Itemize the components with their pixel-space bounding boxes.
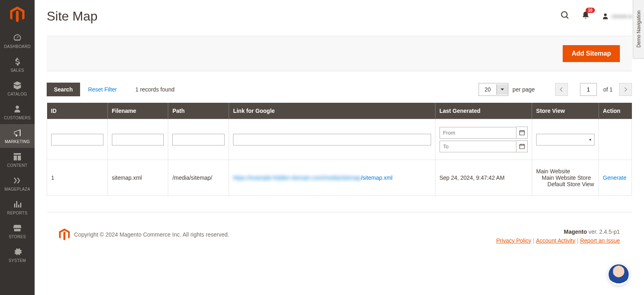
table-row[interactable]: 1 sitemap.xml /media/sitemap/ https://ex…: [47, 160, 632, 196]
cell-filename: sitemap.xml: [107, 160, 168, 196]
sidebar-item-stores[interactable]: STORES: [0, 219, 35, 243]
link-hidden-part: https://example-hidden-domain.com/media/…: [233, 175, 361, 181]
page-of-label: of 1: [603, 86, 613, 93]
col-path[interactable]: Path: [168, 103, 229, 119]
notification-count: 10: [586, 8, 595, 13]
version-text: ver. 2.4.5-p1: [587, 229, 620, 235]
current-page-input[interactable]: [580, 83, 597, 96]
page-footer: Copyright © 2024 Magento Commerce Inc. A…: [47, 212, 632, 252]
prev-page-button[interactable]: [555, 83, 568, 96]
col-action[interactable]: Action: [599, 103, 632, 119]
filter-row: [47, 119, 632, 160]
col-filename[interactable]: Filename: [107, 103, 168, 119]
next-page-button[interactable]: [619, 83, 632, 96]
per-page-dropdown-toggle[interactable]: [496, 84, 508, 95]
sidebar-item-mageplaza[interactable]: MAGEPLAZA: [0, 172, 35, 195]
copyright-text: Copyright © 2024 Magento Commerce Inc. A…: [74, 231, 229, 238]
sidebar-label: CONTENT: [7, 163, 27, 168]
page-title: Site Map: [47, 9, 97, 24]
filter-filename-input[interactable]: [112, 134, 164, 145]
admin-user-menu[interactable]: ••••••••: [601, 12, 632, 21]
sidebar-label: CUSTOMERS: [4, 116, 31, 120]
sidebar-label: DASHBOARD: [4, 44, 31, 49]
sidebar-label: REPORTS: [7, 211, 27, 215]
filter-date-from-input[interactable]: [440, 127, 516, 139]
sidebar-label: MAGEPLAZA: [4, 187, 30, 191]
col-store-view[interactable]: Store View: [532, 103, 599, 119]
sidebar-item-customers[interactable]: CUSTOMERS: [0, 100, 35, 124]
svg-rect-1: [520, 131, 524, 135]
col-id[interactable]: ID: [47, 103, 108, 119]
filter-link-input[interactable]: [233, 134, 431, 145]
col-link[interactable]: Link for Google: [229, 103, 435, 119]
product-name: Magento: [564, 229, 587, 235]
sitemap-grid: ID Filename Path Link for Google Last Ge…: [47, 103, 632, 196]
sitemap-url-link[interactable]: /sitemap.xml: [361, 175, 393, 181]
sidebar-item-reports[interactable]: REPORTS: [0, 195, 35, 219]
generate-link[interactable]: Generate: [603, 175, 626, 181]
filter-id-input[interactable]: [51, 134, 103, 145]
sidebar-label: MARKETING: [5, 139, 30, 144]
report-issue-link[interactable]: Report an Issue: [580, 237, 620, 244]
sidebar-item-sales[interactable]: SALES: [0, 53, 35, 77]
search-icon[interactable]: [560, 10, 570, 23]
sidebar-label: STORES: [9, 235, 26, 239]
page-actions: Add Sitemap: [47, 36, 632, 71]
svg-rect-2: [520, 144, 524, 149]
cell-link: https://example-hidden-domain.com/media/…: [229, 160, 435, 196]
grid-toolbar: Search Reset Filter 1 records found 20 p…: [35, 71, 644, 103]
sidebar-item-dashboard[interactable]: DASHBOARD: [0, 29, 35, 53]
sidebar-item-content[interactable]: CONTENT: [0, 148, 35, 172]
cell-path: /media/sitemap/: [168, 160, 229, 196]
sidebar-label: SALES: [10, 68, 24, 73]
support-avatar-widget[interactable]: [608, 264, 630, 285]
notifications-icon[interactable]: 10: [581, 11, 590, 22]
filter-store-view-select[interactable]: [536, 134, 594, 145]
sidebar-label: SYSTEM: [9, 258, 26, 263]
privacy-policy-link[interactable]: Privacy Policy: [496, 237, 531, 244]
main-content: Site Map 10 •••••••• Add Sitemap Sea: [35, 0, 644, 295]
magento-logo[interactable]: [0, 0, 35, 29]
records-found: 1 records found: [135, 86, 174, 93]
calendar-icon[interactable]: [516, 140, 528, 152]
per-page-select[interactable]: 20: [479, 83, 509, 96]
svg-point-0: [561, 12, 567, 17]
filter-date-to-input[interactable]: [440, 141, 516, 152]
account-activity-link[interactable]: Account Activity: [536, 237, 575, 244]
cell-last-generated: Sep 24, 2024, 9:47:42 AM: [435, 160, 532, 196]
sidebar-item-catalog[interactable]: CATALOG: [0, 77, 35, 100]
per-page-label: per page: [512, 86, 535, 93]
per-page-value: 20: [479, 83, 497, 96]
admin-sidebar: DASHBOARD SALES CATALOG CUSTOMERS MARKET…: [0, 0, 35, 295]
sidebar-item-system[interactable]: SYSTEM: [0, 243, 35, 267]
user-icon: [601, 12, 609, 21]
search-button[interactable]: Search: [47, 83, 80, 96]
demo-navigation-tab[interactable]: Demo Navigation: [633, 0, 644, 59]
cell-store-view: Main Website Main Website Store Default …: [532, 160, 599, 196]
col-last-generated[interactable]: Last Generated: [435, 103, 532, 119]
cell-id: 1: [47, 160, 108, 196]
reset-filter-link[interactable]: Reset Filter: [88, 86, 117, 93]
magento-logo-footer-icon: [59, 229, 70, 241]
calendar-icon[interactable]: [516, 127, 528, 139]
sidebar-label: CATALOG: [8, 92, 27, 96]
filter-path-input[interactable]: [172, 134, 225, 145]
sidebar-item-marketing[interactable]: MARKETING: [0, 124, 35, 148]
admin-username: ••••••••: [612, 13, 632, 20]
add-sitemap-button[interactable]: Add Sitemap: [563, 45, 620, 62]
demo-tab-label: Demo Navigation: [636, 10, 642, 48]
